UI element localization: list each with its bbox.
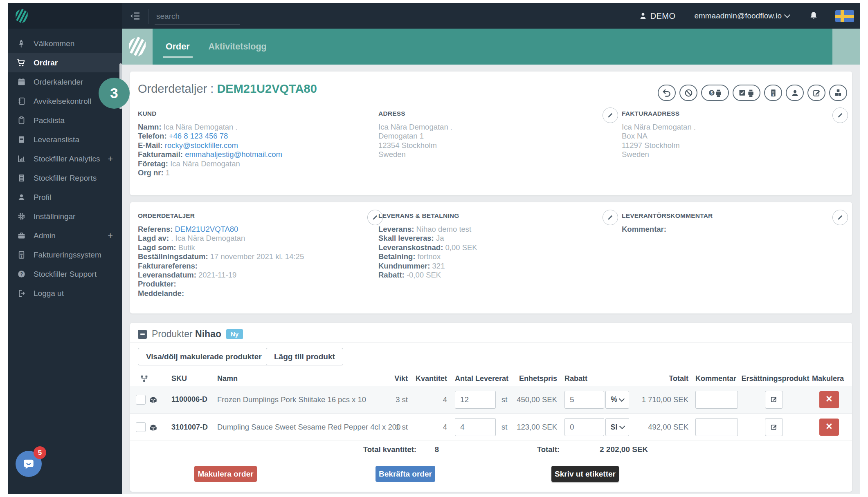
comment-input[interactable] <box>695 418 738 436</box>
sidebar-item-label: Stockfiller Analytics <box>34 154 100 163</box>
rocket-icon <box>16 39 26 49</box>
search-input[interactable] <box>155 12 258 21</box>
return-order-button[interactable] <box>658 85 676 101</box>
reference-link[interactable]: DEM21U2VQTA80 <box>175 225 238 233</box>
invoice-button[interactable]: $ <box>764 85 782 101</box>
order-id: DEM21U2VQTA80 <box>217 82 317 95</box>
product-name: Frozen Dumplings Pork Shiitake 16 pcs x … <box>217 386 366 413</box>
topbar-right-cluster: DEMO emmaadmin@foodflow.io <box>638 3 854 29</box>
collapse-section-icon[interactable] <box>138 330 147 339</box>
print-labels-button[interactable]: Skriv ut etiketter <box>551 466 619 482</box>
expand-plus-icon[interactable]: + <box>108 154 113 164</box>
address-line: 12354 Stockholm <box>378 141 607 150</box>
invoice-email-link[interactable]: emmahaljestig@hotmail.com <box>185 150 282 159</box>
bell-icon <box>808 11 819 21</box>
product-sku[interactable]: 1100006-D <box>171 386 207 413</box>
notifications-button[interactable] <box>808 11 819 21</box>
delivered-quantity-input[interactable] <box>455 418 496 436</box>
sidebar-item-profil[interactable]: Profil <box>8 188 122 207</box>
sidebar-item-packlista[interactable]: Packlista <box>8 111 122 130</box>
sidebar-item-faktureringssystem[interactable]: $ Faktureringssystem <box>8 245 122 264</box>
sidebar-item-logga-ut[interactable]: Logga ut <box>8 284 122 303</box>
address-line: Sweden <box>622 150 851 159</box>
field-label: Skall levereras: <box>378 234 434 242</box>
sidebar-item-ordrar[interactable]: Ordrar <box>8 53 122 72</box>
phone-link[interactable]: +46 8 123 456 78 <box>169 132 228 140</box>
print-prices-button[interactable]: $ <box>701 85 729 101</box>
field-label: Beställningsdatum: <box>138 252 208 261</box>
cancel-product-button[interactable]: × <box>819 419 839 436</box>
edit-supplier-comment-button[interactable] <box>832 210 848 225</box>
field-label: Produkter: <box>138 280 176 288</box>
tab-order[interactable]: Order <box>166 42 190 52</box>
discount-input[interactable] <box>564 391 604 409</box>
sidebar-item-valkommen[interactable]: Välkommen <box>8 34 122 53</box>
products-title: Produkter Nihao <box>152 329 221 340</box>
sidebar-item-label: Profil <box>34 193 51 202</box>
discount-unit-select[interactable]: % <box>605 391 629 409</box>
block-order-button[interactable] <box>679 85 697 101</box>
order-page-header: Order Aktivitetslogg <box>122 29 860 65</box>
package-printer-icon <box>738 88 755 98</box>
customer-button[interactable] <box>786 85 804 101</box>
edit-invoice-address-button[interactable] <box>832 107 848 123</box>
invoice-document-icon: $ <box>16 250 26 260</box>
sidebar-item-installningar[interactable]: Inställningar <box>8 207 122 226</box>
cancel-order-button[interactable]: Makulera order <box>194 466 257 482</box>
email-link[interactable]: rocky@stockfiller.com <box>165 141 238 150</box>
sidebar-item-stockfiller-support[interactable]: ? Stockfiller Support <box>8 264 122 284</box>
sidebar-item-label: Stockfiller Reports <box>34 174 97 183</box>
divider <box>130 343 852 343</box>
product-row: 1100006-D Frozen Dumplings Pork Shiitake… <box>130 386 852 413</box>
row-checkbox[interactable] <box>136 422 146 432</box>
replacement-product-button[interactable] <box>765 418 783 436</box>
language-flag-sweden[interactable] <box>835 10 854 22</box>
edit-order-button[interactable] <box>807 85 825 101</box>
discount-input[interactable] <box>564 418 604 436</box>
products-table-header: SKU Namn Vikt Kvantitet Antal Levererat … <box>130 371 852 387</box>
discount-unit-value: % <box>611 395 617 404</box>
sidebar-item-label: Faktureringssystem <box>34 251 101 260</box>
toggle-cancelled-products-button[interactable]: Visa/dölj makulerade produkter <box>138 348 270 365</box>
edit-address-button[interactable] <box>603 107 618 123</box>
address-line: Ica Nära Demogatan . <box>378 123 607 132</box>
chevron-down-icon <box>619 423 625 429</box>
address-line: Demogatan 1 <box>378 132 607 141</box>
sidebar-item-leveranslista[interactable]: Leveranslista <box>8 130 122 149</box>
product-sku[interactable]: 3101007-D <box>171 414 208 441</box>
user-icon <box>638 11 648 21</box>
bar-chart-icon <box>16 154 26 164</box>
column-header-sku: SKU <box>171 371 187 386</box>
replacement-product-button[interactable] <box>765 391 783 409</box>
discount-unit-select[interactable]: SI <box>605 418 629 436</box>
expand-plus-icon[interactable]: + <box>108 231 113 241</box>
section-heading: ORDERDETALJER <box>138 212 367 219</box>
field-value: Butik <box>178 243 195 252</box>
address-line: Box NA <box>622 132 851 141</box>
environment-label: DEMO <box>638 11 676 21</box>
print-packing-button[interactable] <box>733 85 760 101</box>
svg-text:$: $ <box>711 90 713 95</box>
confirm-order-button[interactable]: Bekräfta order <box>376 466 435 482</box>
pencil-icon <box>607 112 614 119</box>
field-label: Lagd av: <box>138 234 169 242</box>
products-button[interactable] <box>829 85 847 101</box>
sidebar-toggle-button[interactable] <box>129 9 143 22</box>
cancel-product-button[interactable]: × <box>819 391 839 408</box>
delivered-quantity-input[interactable] <box>455 391 496 409</box>
account-menu[interactable]: emmaadmin@foodflow.io <box>694 11 789 20</box>
add-product-button[interactable]: Lägg till produkt <box>266 348 343 365</box>
sidebar-item-admin[interactable]: Admin + <box>8 226 122 245</box>
sidebar-item-stockfiller-analytics[interactable]: Stockfiller Analytics + <box>8 149 122 168</box>
field-value: Ica Nära Demogatan . <box>164 123 238 131</box>
tab-aktivitetslogg[interactable]: Aktivitetslogg <box>209 42 267 52</box>
row-checkbox[interactable] <box>136 395 146 405</box>
sidebar-item-stockfiller-reports[interactable]: Stockfiller Reports <box>8 168 122 188</box>
comment-input[interactable] <box>695 391 738 409</box>
cancel-x-icon: × <box>826 394 832 405</box>
field-value: Ica Nära Demogatan <box>170 159 240 168</box>
products-header: Produkter Nihao Ny <box>138 329 243 340</box>
header-right-tile <box>832 29 860 65</box>
edit-delivery-button[interactable] <box>603 210 618 225</box>
invoice-icon: $ <box>769 88 778 98</box>
